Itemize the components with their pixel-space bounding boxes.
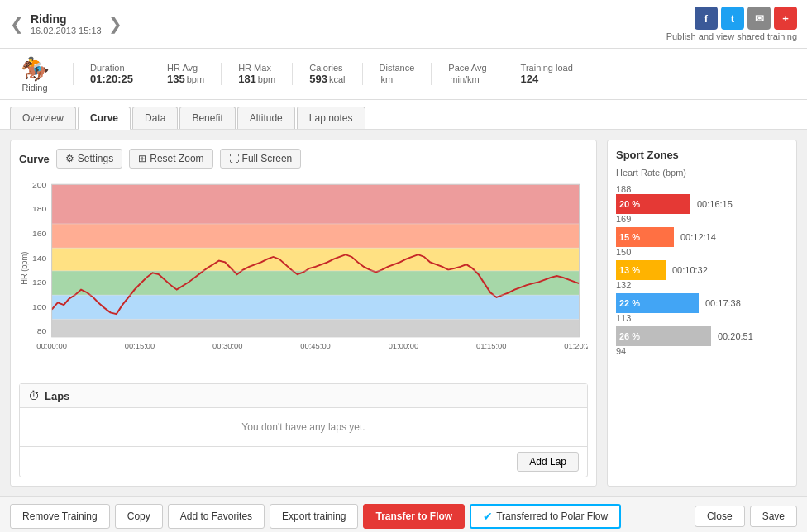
close-button[interactable]: Close (695, 506, 745, 527)
stat-calories: Calories 593kcal (292, 63, 361, 85)
tabs: Overview Curve Data Benefit Altitude Lap… (0, 100, 807, 130)
header-left: ❮ Riding 16.02.2013 15:13 ❯ (10, 12, 122, 36)
stat-pace: Pace Avg min/km (431, 63, 503, 85)
remove-training-button[interactable]: Remove Training (10, 504, 110, 529)
zone-time-0: 00:16:15 (697, 199, 733, 209)
zoom-icon: ⊞ (138, 153, 146, 164)
next-button[interactable]: ❯ (108, 14, 122, 34)
activity-label: Riding (21, 83, 47, 93)
zone-bar-1: 15 % (616, 227, 674, 247)
header-right: f t ✉ + Publish and view shared training (666, 7, 797, 41)
settings-label: Settings (78, 153, 113, 164)
copy-button[interactable]: Copy (115, 504, 163, 529)
svg-text:120: 120 (32, 278, 47, 287)
mail-button[interactable]: ✉ (747, 7, 771, 30)
footer-left: Remove Training Copy Add to Favorites Ex… (10, 504, 621, 529)
sport-zones-panel: Sport Zones Heart Rate (bpm) 188 20 % 00… (607, 140, 797, 487)
stat-duration: Duration 01:20:25 (73, 63, 150, 85)
zone-left-0: 188 20 % 00:16:15 169 (616, 184, 788, 224)
svg-text:00:30:00: 00:30:00 (212, 342, 243, 349)
social-buttons: f t ✉ + (695, 7, 797, 30)
header: ❮ Riding 16.02.2013 15:13 ❯ f t ✉ + Publ… (0, 0, 807, 49)
add-to-favorites-button[interactable]: Add to Favorites (168, 504, 265, 529)
zone-bottom-value-4: 94 (616, 346, 626, 356)
zone1-band (52, 295, 580, 319)
zone-bottom-value-3: 113 (616, 313, 631, 323)
stat-hr-avg-value: 135 (167, 73, 185, 85)
stat-pace-unit: min/km (450, 74, 479, 84)
chart-panel: Curve ⚙ Settings ⊞ Reset Zoom ⛶ Full Scr… (10, 140, 597, 487)
save-button[interactable]: Save (750, 506, 797, 527)
zone-left-4: 26 % 00:20:51 94 (616, 326, 788, 356)
plus-button[interactable]: + (774, 7, 797, 30)
tab-lap-notes[interactable]: Lap notes (297, 107, 365, 129)
stat-calories-label: Calories (309, 63, 345, 73)
tab-benefit[interactable]: Benefit (179, 107, 235, 129)
stat-calories-value: 593 (309, 73, 327, 85)
svg-text:01:00:00: 01:00:00 (389, 342, 419, 349)
header-title-block: Riding 16.02.2013 15:13 (31, 12, 102, 36)
zone-row-2: 13 % 00:10:32 132 (616, 260, 788, 290)
stats-bar: 🏇 Riding Duration 01:20:25 HR Avg 135bpm… (0, 49, 807, 100)
full-screen-button[interactable]: ⛶ Full Screen (220, 149, 302, 169)
svg-text:HR (bpm): HR (bpm) (20, 252, 30, 285)
zone-pct-1: 15 % (619, 232, 640, 242)
laps-icon: ⏱ (28, 389, 40, 402)
tab-data[interactable]: Data (132, 107, 178, 129)
stat-training-load: Training load 124 (504, 63, 590, 85)
zone-bottom-value-2: 132 (616, 280, 631, 290)
stat-distance: Distance km (362, 63, 432, 85)
stat-pace-label: Pace Avg (448, 63, 486, 73)
zone-time-2: 00:10:32 (672, 265, 708, 275)
chart-svg: 200 180 160 140 120 100 80 HR (bpm) (19, 177, 588, 375)
chart-label: Curve (19, 153, 50, 165)
laps-header: ⏱ Laps (20, 384, 587, 408)
transfer-to-flow-button[interactable]: Transfer to Flow (363, 504, 465, 529)
svg-text:80: 80 (37, 327, 47, 335)
reset-zoom-button[interactable]: ⊞ Reset Zoom (129, 149, 212, 169)
export-training-button[interactable]: Export training (270, 504, 358, 529)
zone-time-3: 00:17:38 (705, 298, 741, 308)
facebook-button[interactable]: f (695, 7, 718, 30)
tab-curve[interactable]: Curve (78, 107, 131, 130)
laps-title: Laps (45, 390, 69, 402)
tab-overview[interactable]: Overview (10, 107, 76, 129)
tab-altitude[interactable]: Altitude (237, 107, 295, 129)
zone-bar-2: 13 % (616, 260, 666, 280)
stat-hr-avg: HR Avg 135bpm (150, 63, 221, 85)
publish-link[interactable]: Publish and view shared training (666, 31, 797, 41)
zone2-band (52, 271, 580, 295)
stat-duration-value: 01:20:25 (90, 73, 133, 85)
below-band (52, 319, 580, 337)
transferred-button[interactable]: ✔ Transferred to Polar Flow (470, 504, 621, 529)
stat-hr-max: HR Max 181bpm (221, 63, 292, 85)
svg-text:140: 140 (32, 254, 47, 262)
zones-subtitle: Heart Rate (bpm) (616, 168, 788, 178)
svg-text:01:20:25: 01:20:25 (564, 342, 588, 349)
stat-training-load-label: Training load (521, 63, 573, 73)
settings-button[interactable]: ⚙ Settings (56, 149, 122, 169)
svg-text:00:00:00: 00:00:00 (36, 342, 67, 349)
zone-bar-3: 22 % (616, 293, 699, 313)
stat-duration-label: Duration (90, 63, 133, 73)
zone-left-1: 15 % 00:12:14 150 (616, 227, 788, 257)
prev-button[interactable]: ❮ (10, 14, 24, 34)
stat-hr-avg-unit: bpm (187, 74, 204, 84)
svg-text:01:15:00: 01:15:00 (476, 342, 507, 349)
svg-text:00:15:00: 00:15:00 (125, 342, 155, 349)
svg-text:180: 180 (32, 205, 47, 213)
zone5-band (52, 184, 580, 224)
stat-distance-label: Distance (380, 63, 415, 73)
zone-left-2: 13 % 00:10:32 132 (616, 260, 788, 290)
reset-zoom-label: Reset Zoom (150, 153, 203, 164)
laps-section: ⏱ Laps You don't have any laps yet. Add … (19, 383, 588, 477)
chart-area: 200 180 160 140 120 100 80 HR (bpm) (19, 177, 588, 375)
twitter-button[interactable]: t (721, 7, 744, 30)
chart-toolbar: Curve ⚙ Settings ⊞ Reset Zoom ⛶ Full Scr… (19, 149, 588, 169)
zone-bar-0: 20 % (616, 194, 690, 214)
add-lap-row: Add Lap (20, 446, 587, 477)
zone-left-3: 22 % 00:17:38 113 (616, 293, 788, 323)
activity-date: 16.02.2013 15:13 (31, 26, 102, 36)
add-lap-button[interactable]: Add Lap (517, 452, 579, 472)
zone-bottom-value-0: 169 (616, 214, 631, 224)
